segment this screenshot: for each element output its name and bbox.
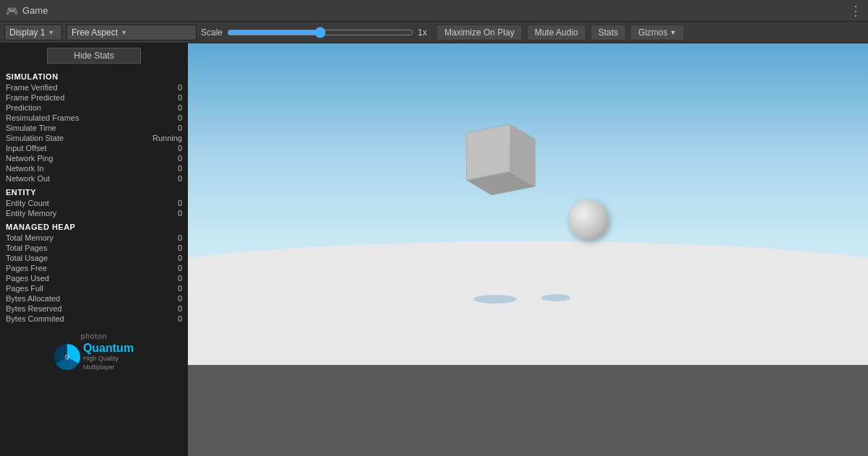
stat-row: Total Memory0 xyxy=(0,233,188,243)
stat-name: Pages Free xyxy=(6,264,47,272)
stat-row: Pages Used0 xyxy=(0,273,188,283)
quantum-logo: Q Quantum High Quality Multiplayer xyxy=(54,342,134,371)
stat-row: Pages Full0 xyxy=(0,283,188,293)
section-header-managed-heap: MANAGED HEAP xyxy=(0,218,188,233)
stat-value: 0 xyxy=(146,124,182,132)
stat-name: Prediction xyxy=(6,103,41,112)
quantum-sub1: High Quality xyxy=(83,355,134,363)
stat-value: 0 xyxy=(146,164,182,173)
main-area: Hide Stats SIMULATIONFrame Verified0Fram… xyxy=(0,43,868,456)
aspect-dropdown[interactable]: Free Aspect ▼ xyxy=(66,25,197,40)
stat-value: 0 xyxy=(146,233,182,242)
stat-name: Simulation State xyxy=(6,134,64,142)
water-reflection-1 xyxy=(473,295,517,304)
stat-name: Entity Memory xyxy=(6,209,56,218)
aspect-dropdown-arrow: ▼ xyxy=(121,29,127,36)
stat-row: Frame Predicted0 xyxy=(0,93,188,103)
more-button[interactable]: ⋮ xyxy=(849,3,862,19)
stat-name: Frame Verified xyxy=(6,83,58,92)
stat-row: Pages Free0 xyxy=(0,263,188,273)
scale-value: 1x xyxy=(418,27,432,38)
stat-name: Bytes Allocated xyxy=(6,294,60,303)
stat-row: Total Pages0 xyxy=(0,243,188,253)
cube-object xyxy=(476,134,526,185)
tab-label: Game xyxy=(22,5,48,16)
stat-name: Total Memory xyxy=(6,233,53,242)
stat-value: 0 xyxy=(146,274,182,283)
stats-sections: SIMULATIONFrame Verified0Frame Predicted… xyxy=(0,68,188,324)
stat-name: Total Usage xyxy=(6,254,48,262)
photon-label: photon xyxy=(81,332,108,340)
water-reflection-2 xyxy=(541,294,570,301)
mute-button[interactable]: Mute Audio xyxy=(527,25,586,40)
quantum-title: Quantum xyxy=(83,342,134,355)
stat-name: Resimulated Frames xyxy=(6,113,79,122)
display-dropdown[interactable]: Display 1 ▼ xyxy=(4,25,62,40)
cube-face-front xyxy=(466,124,510,180)
stat-row: Network In0 xyxy=(0,163,188,173)
scale-slider[interactable] xyxy=(227,27,413,38)
stat-value: 0 xyxy=(146,254,182,262)
stat-value: 0 xyxy=(146,264,182,272)
stats-panel: Hide Stats SIMULATIONFrame Verified0Fram… xyxy=(0,43,188,456)
stat-row: Bytes Reserved0 xyxy=(0,304,188,314)
stat-row: Entity Count0 xyxy=(0,198,188,208)
stat-value: 0 xyxy=(146,83,182,92)
stat-row: Entity Memory0 xyxy=(0,208,188,218)
terrain xyxy=(188,241,868,365)
stat-value: 0 xyxy=(146,113,182,122)
stat-value: 0 xyxy=(146,199,182,207)
stat-row: Network Out0 xyxy=(0,173,188,184)
stat-name: Network In xyxy=(6,164,44,173)
stat-value: 0 xyxy=(146,209,182,218)
stat-value: 0 xyxy=(146,314,182,323)
stat-row: Prediction0 xyxy=(0,103,188,113)
stat-row: Simulation StateRunning xyxy=(0,133,188,143)
toolbar: Display 1 ▼ Free Aspect ▼ Scale 1x Maxim… xyxy=(0,22,868,43)
logo-area: photon Q Quantum High Quality Multiplaye… xyxy=(0,324,188,374)
display-dropdown-arrow: ▼ xyxy=(48,29,54,36)
stat-name: Frame Predicted xyxy=(6,93,64,102)
stat-value: 0 xyxy=(146,93,182,102)
stats-button[interactable]: Stats xyxy=(590,25,626,40)
sphere-object xyxy=(569,200,609,240)
quantum-logo-icon: Q xyxy=(54,344,80,370)
stat-name: Pages Full xyxy=(6,284,43,293)
maximize-button[interactable]: Maximize On Play xyxy=(437,25,523,40)
stat-value: 0 xyxy=(146,294,182,303)
stat-name: Input Offset xyxy=(6,144,47,152)
stat-row: Input Offset0 xyxy=(0,143,188,153)
title-bar: 🎮 Game ⋮ xyxy=(0,0,868,22)
gizmos-arrow-icon: ▼ xyxy=(670,29,676,36)
stat-name: Entity Count xyxy=(6,199,49,207)
stat-name: Network Ping xyxy=(6,154,53,163)
stat-value: 0 xyxy=(146,144,182,152)
stat-row: Simulate Time0 xyxy=(0,123,188,133)
stat-value: 0 xyxy=(146,244,182,252)
scale-section: Scale 1x xyxy=(201,27,432,38)
section-header-entity: ENTITY xyxy=(0,184,188,198)
stat-name: Total Pages xyxy=(6,244,47,252)
stat-row: Total Usage0 xyxy=(0,253,188,263)
game-viewport xyxy=(188,43,868,456)
stat-row: Bytes Allocated0 xyxy=(0,293,188,304)
stat-value: 0 xyxy=(146,284,182,293)
quantum-text-block: Quantum High Quality Multiplayer xyxy=(83,342,134,371)
stat-row: Bytes Commited0 xyxy=(0,314,188,324)
stat-value: Running xyxy=(146,134,182,142)
section-header-simulation: SIMULATION xyxy=(0,68,188,82)
stat-value: 0 xyxy=(146,174,182,183)
stat-row: Network Ping0 xyxy=(0,153,188,163)
stat-name: Bytes Reserved xyxy=(6,304,62,313)
stat-value: 0 xyxy=(146,154,182,163)
stat-value: 0 xyxy=(146,103,182,112)
cube-mesh xyxy=(479,132,523,188)
stat-row: Frame Verified0 xyxy=(0,82,188,93)
stat-name: Bytes Commited xyxy=(6,314,64,323)
stat-name: Pages Used xyxy=(6,274,49,283)
gizmos-button[interactable]: Gizmos ▼ xyxy=(630,25,684,40)
quantum-sub2: Multiplayer xyxy=(83,363,134,372)
hide-stats-button[interactable]: Hide Stats xyxy=(47,48,141,64)
stat-value: 0 xyxy=(146,304,182,313)
stat-name: Simulate Time xyxy=(6,124,56,132)
